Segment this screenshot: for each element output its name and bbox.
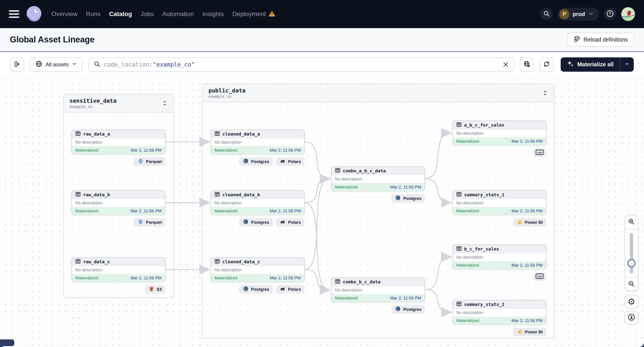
nav-item-overview[interactable]: Overview [52,10,78,18]
deployment-switcher[interactable]: P prod [558,7,599,20]
dagster-logo[interactable] [24,4,44,24]
nav-item-runs[interactable]: Runs [86,10,100,18]
asset-node-body: No description [72,266,165,274]
reload-definitions-button[interactable]: Reload definitions [567,32,634,46]
asset-name: raw_data_a [83,131,110,137]
graph-settings-button[interactable]: ⚙ [624,295,638,309]
materialized-timestamp[interactable]: Mar 2, 11:56 PM [512,139,542,144]
asset-description: No description [214,201,242,205]
table-icon [75,191,81,198]
kind-tag-polars[interactable]: Polars [276,157,304,166]
materialize-all-button[interactable]: Materialize all [561,57,620,72]
asset-node-raw_data_b[interactable]: raw_data_b No description Materialized M… [72,190,165,215]
collapse-group-icon[interactable] [542,90,548,96]
asset-node-body: No description [453,253,546,261]
materialized-timestamp[interactable]: Mar 2, 11:56 PM [512,318,542,323]
nav-item-insights[interactable]: Insights [202,10,224,18]
nav-item-jobs[interactable]: Jobs [140,10,154,18]
materialized-timestamp[interactable]: Mar 2, 11:56 PM [512,263,542,268]
lineage-graph-canvas[interactable]: ⚙ sensitive_data example_co public_data … [0,77,644,347]
asset-node-cleaned_data_c[interactable]: cleaned_data_c No description Materializ… [211,257,304,282]
help-button[interactable]: ? [604,8,616,20]
materialized-timestamp[interactable]: Mar 2, 11:56 PM [130,148,162,153]
collapse-group-icon[interactable] [162,100,168,106]
asset-filter-dropdown[interactable]: All assets [30,57,82,72]
asset-node-body: No description [72,199,165,207]
nav-item-automation[interactable]: Automation [162,10,194,18]
global-search-button[interactable] [540,8,553,20]
asset-name: raw_data_c [83,259,110,264]
svg-text:csv: csv [538,151,542,154]
zoom-in-icon [628,218,635,226]
materialize-options-button[interactable] [620,57,634,72]
kind-tag-postgres[interactable]: Postgres [239,157,273,166]
kind-tag-postgres[interactable]: Postgres [239,218,273,227]
asset-node-body: No description [453,199,546,207]
materialized-timestamp[interactable]: Mar 2, 11:56 PM [390,296,421,301]
kind-tag-power-bi[interactable]: Power BI [513,328,546,336]
asset-node-combo_a_b_c_data[interactable]: combo_a_b_c_data No description Material… [331,166,425,191]
materialized-timestamp[interactable]: Mar 2, 11:56 PM [270,276,301,281]
kind-tag-csv[interactable]: csv [533,148,546,157]
materialized-timestamp[interactable]: Mar 2, 11:56 PM [270,148,301,153]
materialized-timestamp[interactable]: Mar 2, 11:56 PM [130,276,162,281]
kind-tag-parquet[interactable]: Parquet [134,218,165,227]
horizontal-scrollbar-thumb[interactable] [0,340,14,346]
kind-tag-polars[interactable]: Polars [276,285,304,294]
asset-node-footer: Materialized Mar 2, 11:56 PM [211,207,304,215]
zoom-slider-track[interactable] [630,233,633,274]
asset-node-a_b_c_for_sales[interactable]: a_b_c_for_sales No description Materiali… [452,121,546,145]
kind-tag-postgres[interactable]: Postgres [391,194,425,203]
kind-tag-csv[interactable]: csv [533,272,546,281]
user-avatar[interactable] [621,7,635,21]
zoom-slider-thumb[interactable] [628,259,636,268]
materialized-status: Materialized [335,185,358,190]
zoom-in-button[interactable] [625,216,638,229]
hamburger-menu-icon[interactable] [9,10,19,18]
asset-node-header: combo_a_b_c_data [332,167,424,175]
kind-tag-power-bi[interactable]: Power BI [513,218,546,227]
refresh-button[interactable] [540,57,554,72]
open-panel-icon [14,61,20,68]
asset-node-raw_data_c[interactable]: raw_data_c No description Materialized M… [72,257,165,282]
warning-icon [268,10,276,18]
asset-node-b_c_for_sales[interactable]: b_c_for_sales No description Materialize… [452,245,546,269]
materialized-timestamp[interactable]: Mar 2, 11:56 PM [512,209,542,213]
kind-tag-label: Polars [288,287,301,292]
asset-tag-row: Postgres [331,305,425,314]
materialized-status: Materialized [214,276,237,281]
download-image-button[interactable] [624,311,638,325]
materialized-timestamp[interactable]: Mar 2, 11:56 PM [390,185,421,190]
page-header: Global Asset Lineage Reload definitions [0,28,644,51]
asset-search-input[interactable]: code_location:"example_co" [88,57,514,72]
kind-tag-s3[interactable]: S3 [145,285,165,294]
asset-node-header: combo_b_c_data [332,278,424,286]
asset-node-footer: Materialized Mar 2, 11:56 PM [211,146,304,154]
filter-to-default-button[interactable] [520,57,534,72]
asset-node-summary_stats_2[interactable]: summary_stats_2 No description Materiali… [452,300,546,325]
kind-tag-label: Polars [288,159,301,164]
asset-tag-row: Parquet [72,218,165,227]
nav-item-catalog[interactable]: Catalog [109,10,132,18]
table-icon [75,131,81,137]
asset-node-raw_data_a[interactable]: raw_data_a No description Materialized M… [72,129,165,154]
kind-tag-postgres[interactable]: Postgres [239,285,273,294]
kind-tag-parquet[interactable]: Parquet [134,157,165,166]
materialized-timestamp[interactable]: Mar 2, 11:56 PM [270,209,301,213]
asset-node-summary_stats_1[interactable]: summary_stats_1 No description Materiali… [452,190,546,215]
polars-icon [280,286,286,293]
clear-search-button[interactable] [502,60,510,68]
kind-tag-polars[interactable]: Polars [276,218,304,227]
asset-description: No description [214,140,242,145]
kind-tag-postgres[interactable]: Postgres [391,305,425,314]
materialized-timestamp[interactable]: Mar 2, 11:56 PM [130,209,162,213]
zoom-controls [624,215,638,291]
asset-node-cleaned_data_b[interactable]: cleaned_data_b No description Materializ… [211,190,304,215]
asset-node-combo_b_c_data[interactable]: combo_b_c_data No description Materializ… [331,277,425,302]
asset-node-cleaned_data_a[interactable]: cleaned_data_a No description Materializ… [211,129,304,154]
zoom-out-button[interactable] [625,277,638,291]
asset-description: No description [456,310,483,315]
page-title: Global Asset Lineage [10,35,94,44]
toggle-sidebar-button[interactable] [10,57,24,72]
nav-item-deployment[interactable]: Deployment [232,10,266,18]
